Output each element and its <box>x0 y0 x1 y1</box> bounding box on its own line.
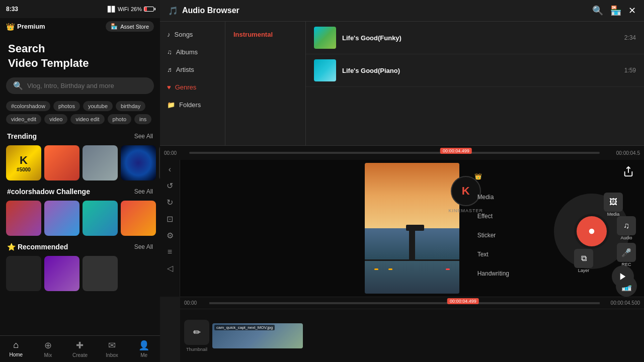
km-crown-icon: 👑 <box>474 173 482 180</box>
time-display: 8:33 <box>6 6 18 13</box>
nav-home-label: Home <box>9 352 23 357</box>
songs-icon: ♪ <box>167 31 171 38</box>
nav-me[interactable]: 👤 Me <box>128 336 160 362</box>
layers-icon[interactable]: ≡ <box>168 247 172 256</box>
thumb-trending-2[interactable] <box>44 145 79 180</box>
nav-inbox-label: Inbox <box>106 352 118 358</box>
tag-colorshadow[interactable]: #colorshadow <box>6 101 50 111</box>
radial-media[interactable]: 🖼 Media <box>604 193 623 217</box>
thumb-challenge-2[interactable] <box>44 201 79 236</box>
play-button[interactable] <box>612 265 634 288</box>
songs-label: Songs <box>175 31 193 38</box>
music-note-icon: 🎵 <box>168 6 178 16</box>
artists-label: Artists <box>176 66 194 73</box>
radial-audio[interactable]: ♫ Audio <box>617 216 636 240</box>
nav-genres[interactable]: ♥ Genres <box>160 78 225 96</box>
store-icon: 🏪 <box>111 23 118 30</box>
albums-icon: ♫ <box>167 48 172 56</box>
thumb-rec-3[interactable] <box>83 256 118 291</box>
search-box[interactable]: 🔍 <box>6 77 154 94</box>
left-tool-bar: ‹ ↺ ↻ ⊡ ⚙ ≡ ◁ <box>160 160 180 297</box>
genre-instrumental[interactable]: Instrumental <box>225 26 305 43</box>
thumb-rec-1[interactable] <box>6 256 41 291</box>
left-sidebar: 8:33 ▊▊ WiFi 26% 👑 Premium 🏪 Asset Store… <box>0 0 160 362</box>
nav-songs[interactable]: ♪ Songs <box>160 26 225 43</box>
tag-photos[interactable]: photos <box>53 101 80 111</box>
trending-see-all[interactable]: See All <box>134 133 153 140</box>
back-layers-icon[interactable]: ◁ <box>167 263 173 273</box>
premium-label: Premium <box>17 23 45 30</box>
track-funky[interactable]: Life's Good(Funky) 2:34 <box>306 22 644 54</box>
svg-marker-4 <box>620 273 626 280</box>
tag-birthday[interactable]: birthday <box>116 101 145 111</box>
km-circle: K 👑 <box>451 176 481 206</box>
challenge-see-all[interactable]: See All <box>134 188 153 195</box>
me-icon: 👤 <box>138 340 149 351</box>
inbox-icon: ✉ <box>108 340 116 351</box>
tag-video[interactable]: video <box>44 114 67 124</box>
bt-track[interactable]: 00:00:04.499 <box>209 302 600 304</box>
genres-icon: ♥ <box>167 83 171 91</box>
search-icon: 🔍 <box>13 81 23 90</box>
thumb-trending-1[interactable]: K #5000 <box>6 145 41 180</box>
radial-center-button[interactable] <box>577 216 607 246</box>
redo-icon[interactable]: ↻ <box>167 198 173 207</box>
nav-create[interactable]: ✚ Create <box>64 336 96 362</box>
svg-point-3 <box>590 229 594 233</box>
timeline-track[interactable]: 00:00:04.499 <box>189 152 600 154</box>
radial-menu: 🖼 Media ♫ Audio 🎤 REC ⧉ Layer <box>546 189 637 274</box>
thumb-challenge-3[interactable] <box>83 201 118 236</box>
track-list: Life's Good(Funky) 2:34 Life's Good(Pian… <box>306 22 644 145</box>
right-panel-labels: Media Effect Sticker Text Handwriting <box>477 194 509 277</box>
thumb-trending-3[interactable] <box>83 145 118 180</box>
thumb-challenge-1[interactable] <box>6 201 41 236</box>
back-icon[interactable]: ‹ <box>169 165 171 174</box>
radial-rec[interactable]: 🎤 REC <box>617 243 636 267</box>
nav-folders[interactable]: 📁 Folders <box>160 96 225 114</box>
crop-icon[interactable]: ⊡ <box>167 214 173 224</box>
close-icon[interactable]: ✕ <box>628 5 636 16</box>
crown-icon: 👑 <box>6 23 15 31</box>
audio-browser: 🎵 Audio Browser 🔍 🏪 ✕ ♪ Songs ♫ Albums <box>160 0 644 146</box>
recommended-see-all[interactable]: See All <box>134 243 153 250</box>
bt-left-time: 00:00 <box>184 300 209 306</box>
nav-artists[interactable]: ♬ Artists <box>160 61 225 78</box>
shop-icon[interactable]: 🏪 <box>610 5 621 16</box>
thumb-challenge-4[interactable] <box>121 201 156 236</box>
recommended-thumbnails <box>0 254 160 293</box>
tag-photo[interactable]: photo <box>108 114 132 124</box>
tag-video-edit2[interactable]: video edit <box>70 114 104 124</box>
bottom-clip-area: ✏ Thumbnail cam_quick_capt_next_MOV.jpg <box>180 309 644 362</box>
timeline-right-time: 00:00:04.5 <box>600 150 640 156</box>
nav-albums[interactable]: ♫ Albums <box>160 43 225 61</box>
track-name-funky: Life's Good(Funky) <box>342 34 618 42</box>
search-input[interactable] <box>27 82 147 89</box>
search-video-title: Search Video Template <box>0 35 160 73</box>
asset-store-button[interactable]: 🏪 Asset Store <box>106 21 154 32</box>
tag-ins[interactable]: ins <box>134 114 151 124</box>
bt-marker: 00:00:04.499 <box>447 298 479 304</box>
settings-icon[interactable]: ⚙ <box>167 231 174 240</box>
nav-me-label: Me <box>140 352 147 358</box>
tag-video-edit[interactable]: video_edit <box>6 114 41 124</box>
thumb-rec-2[interactable] <box>44 256 79 291</box>
share-button[interactable] <box>623 166 634 179</box>
folders-icon: 📁 <box>167 101 175 109</box>
wifi-icon: WiFi <box>118 6 129 12</box>
tag-youtube[interactable]: youtube <box>83 101 113 111</box>
trending-thumbnails: K #5000 MODERN PHYSIC <box>0 143 160 183</box>
radial-layer[interactable]: ⧉ Layer <box>574 249 593 273</box>
challenge-label: #colorshadow Challenge <box>7 188 90 196</box>
nav-inbox[interactable]: ✉ Inbox <box>96 336 128 362</box>
nav-home[interactable]: ⌂ Home <box>0 336 32 362</box>
video-clip-thumb[interactable]: cam_quick_capt_next_MOV.jpg <box>212 323 303 348</box>
thumb-trending-4[interactable] <box>121 145 156 180</box>
create-icon: ✚ <box>76 340 84 351</box>
audio-nav: ♪ Songs ♫ Albums ♬ Artists ♥ Genres 📁 <box>160 22 225 145</box>
recommended-label: ⭐ Recommended <box>7 243 68 251</box>
nav-mix[interactable]: ⊕ Mix <box>32 336 64 362</box>
thumbnail-edit-button[interactable]: ✏ <box>184 320 209 345</box>
search-header-icon[interactable]: 🔍 <box>592 5 603 16</box>
track-piano[interactable]: Life's Good(Piano) 1:59 <box>306 54 644 87</box>
undo-icon[interactable]: ↺ <box>167 181 173 191</box>
